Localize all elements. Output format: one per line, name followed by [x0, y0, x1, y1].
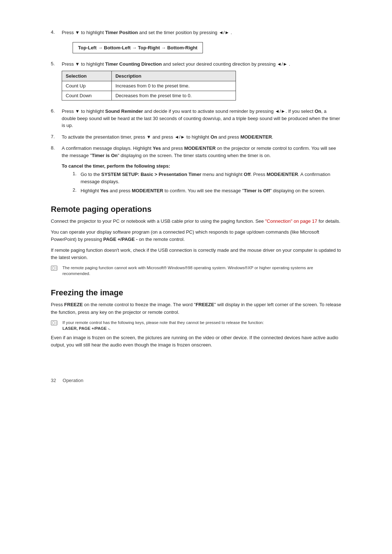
step-5: 5. Press ▼ to highlight Timer Counting D… [51, 61, 341, 103]
on-bold-7: On [211, 134, 217, 140]
page-number: 32 [51, 378, 56, 383]
cancel-step-2: 2. Highlight Yes and press MODE/ENTER to… [73, 187, 341, 194]
step-6-text: Press ▼ to highlight Sound Reminder and … [62, 108, 341, 129]
freeze-bold: FREEZE [64, 302, 83, 307]
page-label: Operation [63, 378, 83, 383]
nav-down-symbol: ▼ [75, 30, 80, 35]
step-8-number: 8. [51, 145, 62, 151]
system-setup-bold: SYSTEM SETUP: Basic > Presentation Timer [101, 172, 201, 177]
step-4-text: Press ▼ to highlight Timer Position and … [62, 29, 341, 56]
step-4-number: 4. [51, 29, 62, 35]
cancel-step-2-number: 2. [73, 187, 81, 194]
step-4: 4. Press ▼ to highlight Timer Position a… [51, 29, 341, 56]
mode-enter-cancel2: MODE/ENTER [132, 188, 163, 193]
table-row: Count Up Increases from 0 to the preset … [62, 81, 236, 91]
timer-is-off-bold: Timer is Off [244, 188, 270, 193]
mode-enter-bold-8: MODE/ENTER [184, 145, 216, 151]
table-row: Count Down Decreases from the preset tim… [62, 91, 236, 100]
note-icon-remote [51, 265, 61, 273]
cancel-steps-list: 1. Go to the SYSTEM SETUP: Basic > Prese… [73, 171, 341, 194]
step-7: 7. To activate the presentation timer, p… [51, 134, 341, 141]
timer-position-bold: Timer Position [105, 30, 138, 35]
off-bold: Off [244, 172, 251, 177]
yes-bold-8: Yes [153, 145, 161, 151]
count-down-desc: Decreases from the preset time to 0. [111, 91, 236, 100]
yes-bold-cancel2: Yes [100, 188, 108, 193]
step-5-number: 5. [51, 61, 62, 66]
selection-table: Selection Description Count Up Increases… [62, 71, 236, 101]
step-7-number: 7. [51, 134, 62, 139]
connection-link[interactable]: "Connection" on page 17 [265, 218, 317, 224]
cancel-step-2-text: Highlight Yes and press MODE/ENTER to co… [81, 187, 325, 194]
nav-lr-symbol: ◄/► [219, 30, 229, 35]
cancel-step-1: 1. Go to the SYSTEM SETUP: Basic > Prese… [73, 171, 341, 185]
freeze-para-1: Press FREEZE on the remote control to fr… [51, 301, 341, 316]
page-content: 4. Press ▼ to highlight Timer Position a… [51, 29, 341, 383]
step-8: 8. A confirmation message displays. High… [51, 145, 341, 159]
remote-note-box: The remote paging function cannot work w… [51, 265, 341, 276]
cancel-section: To cancel the timer, perform the followi… [62, 163, 341, 194]
step-8-text: A confirmation message displays. Highlig… [62, 145, 341, 159]
note-icon-freeze [51, 320, 61, 328]
freeze-para-2: Even if an image is frozen on the screen… [51, 334, 341, 349]
remote-paging-heading: Remote paging operations [51, 205, 341, 214]
timer-is-on-bold: Timer is On [92, 153, 118, 158]
page-footer: 32 Operation [51, 378, 341, 383]
step-7-text: To activate the presentation timer, pres… [62, 134, 341, 141]
remote-para-1: Connect the projector to your PC or note… [51, 218, 341, 225]
page-plus-bold: PAGE +/PAGE - [103, 237, 138, 242]
col-selection-header: Selection [62, 71, 112, 81]
cancel-step-1-number: 1. [73, 171, 81, 185]
sound-reminder-bold: Sound Reminder [105, 108, 143, 114]
freeze-note-keys-bold: LASER, PAGE +/PAGE -. [62, 326, 110, 331]
count-up-cell: Count Up [62, 81, 112, 91]
direction-box-text: Top-Left → Bottom-Left → Top-Right → Bot… [78, 45, 197, 50]
freeze-note-text-before: If your remote control has the following… [62, 320, 264, 325]
remote-para-3: If remote paging function doesn't work, … [51, 247, 341, 261]
step-5-text: Press ▼ to highlight Timer Counting Dire… [62, 61, 341, 103]
svg-rect-1 [53, 267, 55, 270]
freeze-note-box: If your remote control has the following… [51, 320, 341, 331]
direction-box: Top-Left → Bottom-Left → Top-Right → Bot… [73, 42, 203, 54]
nav-lr-5: ◄/► [277, 61, 287, 67]
mode-enter-cancel1: MODE/ENTER [266, 172, 298, 177]
remote-para-2: You can operate your display software pr… [51, 229, 341, 243]
col-description-header: Description [111, 71, 236, 81]
nav-down-5: ▼ [75, 61, 80, 67]
on-bold-6: On [315, 108, 321, 114]
step-6-number: 6. [51, 108, 62, 114]
cancel-heading: To cancel the timer, perform the followi… [62, 163, 341, 169]
mode-enter-bold-7: MODE/ENTER [240, 134, 272, 140]
freeze-word-bold: FREEZE [196, 302, 214, 307]
count-down-cell: Count Down [62, 91, 112, 100]
timer-counting-bold: Timer Counting Direction [105, 61, 162, 67]
remote-note-text: The remote paging function cannot work w… [62, 265, 341, 276]
step-6: 6. Press ▼ to highlight Sound Reminder a… [51, 108, 341, 129]
svg-rect-6 [53, 321, 55, 324]
freeze-heading: Freezing the image [51, 288, 341, 297]
count-up-desc: Increases from 0 to the preset time. [111, 81, 236, 91]
cancel-step-1-text: Go to the SYSTEM SETUP: Basic > Presenta… [81, 171, 341, 185]
freeze-note-text: If your remote control has the following… [62, 320, 264, 331]
